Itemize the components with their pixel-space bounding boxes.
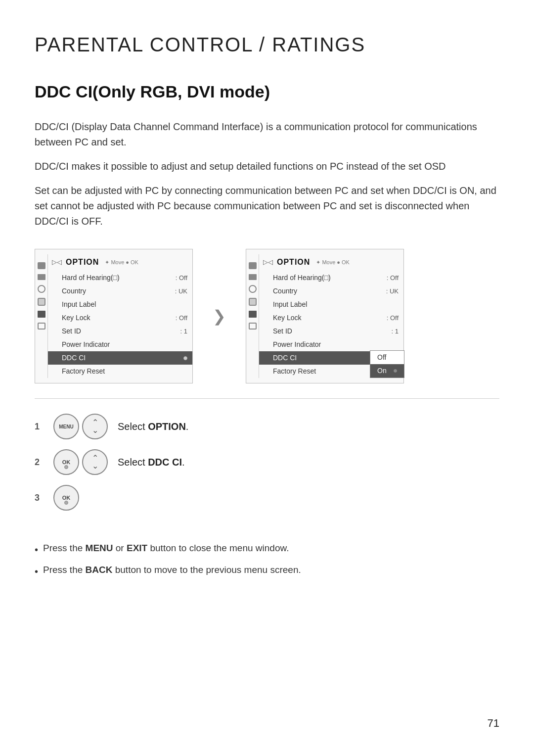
menu-item-hearing-right: Hard of Hearing(□) : Off xyxy=(259,271,403,284)
section-title: DDC CI(Only RGB, DVI mode) xyxy=(35,79,499,104)
screen-nav-left: ✦ Move ● OK xyxy=(105,258,138,267)
screen-header-left: ▷◁ OPTION ✦ Move ● OK xyxy=(48,254,192,271)
sidebar-icon-4 xyxy=(38,298,45,306)
screen-right: ▷◁ OPTION ✦ Move ● OK Hard of Hearing(□)… xyxy=(246,249,404,383)
popup-dot xyxy=(394,369,397,373)
step-1-number: 1 xyxy=(35,420,44,433)
sidebar-icon-r5 xyxy=(249,311,257,318)
nav-button-1[interactable]: ⌃ ⌄ xyxy=(82,414,108,439)
page-number: 71 xyxy=(488,715,499,731)
sidebar-icon-3 xyxy=(38,285,45,293)
screen-icon-right: ▷◁ xyxy=(263,257,273,267)
sidebar-icon-6 xyxy=(38,323,45,330)
popup-off-option: Off xyxy=(370,351,404,364)
step-2-row: 2 OK ⌃ ⌄ Select DDC CI. xyxy=(35,449,499,475)
note-1: • Press the MENU or EXIT button to close… xyxy=(35,540,499,558)
arrow-right: ❯ xyxy=(213,304,226,328)
step-1-buttons: MENU ⌃ ⌄ xyxy=(53,414,108,439)
ddcci-popup: Off On xyxy=(370,350,404,378)
popup-on-option: On xyxy=(370,364,404,378)
screen-box-right: ▷◁ OPTION ✦ Move ● OK Hard of Hearing(□)… xyxy=(246,249,404,383)
page-title: PARENTAL CONTROL / RATINGS xyxy=(35,30,499,59)
sidebar-left xyxy=(35,254,48,378)
screen-left: ▷◁ OPTION ✦ Move ● OK Hard of Hearing(□)… xyxy=(35,249,193,383)
ok-dot-3 xyxy=(64,501,68,505)
notes-section: • Press the MENU or EXIT button to close… xyxy=(35,540,499,580)
screen-icon-left: ▷◁ xyxy=(52,257,62,267)
ok-dot-2 xyxy=(64,465,68,469)
ok-button-2[interactable]: OK xyxy=(53,449,79,475)
sidebar-icon-r6 xyxy=(249,323,257,330)
screen-title-right: OPTION xyxy=(277,256,310,268)
sidebar-right xyxy=(246,254,259,378)
nav-button-2[interactable]: ⌃ ⌄ xyxy=(82,449,108,475)
menu-item-keylock-left: Key Lock : Off xyxy=(48,311,192,325)
menu-content-right: ▷◁ OPTION ✦ Move ● OK Hard of Hearing(□)… xyxy=(259,254,403,378)
step-3-buttons: OK xyxy=(53,485,79,511)
step-1-label: Select OPTION. xyxy=(118,419,188,434)
sidebar-icon-r2 xyxy=(249,274,257,280)
menu-item-ddcci-right: DDC CI Off On xyxy=(259,351,403,365)
menu-item-powerindicator-left: Power Indicator xyxy=(48,338,192,351)
step-2-buttons: OK ⌃ ⌄ xyxy=(53,449,108,475)
step-3-row: 3 OK xyxy=(35,485,499,511)
menu-item-hearing-left: Hard of Hearing(□) : Off xyxy=(48,271,192,284)
sidebar-icon-r3 xyxy=(249,285,257,293)
menu-item-keylock-right: Key Lock : Off xyxy=(259,311,403,325)
menu-item-ddcci-left: DDC CI xyxy=(48,351,192,365)
step-2-number: 2 xyxy=(35,456,44,469)
menu-button[interactable]: MENU xyxy=(53,414,79,439)
note-2: • Press the BACK button to move to the p… xyxy=(35,562,499,580)
divider xyxy=(35,398,499,399)
steps-section: 1 MENU ⌃ ⌄ Select OPTION. 2 OK ⌃ ⌄ xyxy=(35,414,499,511)
menu-item-country-right: Country : UK xyxy=(259,284,403,298)
screenshots-row: ▷◁ OPTION ✦ Move ● OK Hard of Hearing(□)… xyxy=(35,249,499,383)
description-3: Set can be adjusted with PC by connectin… xyxy=(35,183,499,229)
menu-item-country-left: Country : UK xyxy=(48,284,192,298)
screen-nav-right: ✦ Move ● OK xyxy=(316,258,350,267)
menu-content-left: ▷◁ OPTION ✦ Move ● OK Hard of Hearing(□)… xyxy=(48,254,192,378)
menu-item-setid-right: Set ID : 1 xyxy=(259,325,403,338)
step-1-row: 1 MENU ⌃ ⌄ Select OPTION. xyxy=(35,414,499,439)
menu-item-setid-left: Set ID : 1 xyxy=(48,325,192,338)
step-3-number: 3 xyxy=(35,491,44,505)
step-2-label: Select DDC CI. xyxy=(118,455,185,470)
screen-header-right: ▷◁ OPTION ✦ Move ● OK xyxy=(259,254,403,271)
sidebar-icon-2 xyxy=(38,274,45,280)
menu-item-inputlabel-left: Input Label xyxy=(48,298,192,311)
menu-item-powerindicator-right: Power Indicator xyxy=(259,338,403,351)
menu-item-factoryreset-left: Factory Reset xyxy=(48,365,192,378)
sidebar-icon-1 xyxy=(38,262,45,269)
menu-item-inputlabel-right: Input Label xyxy=(259,298,403,311)
screen-title-left: OPTION xyxy=(66,256,99,268)
description-1: DDC/CI (Display Data Channel Command Int… xyxy=(35,119,499,150)
description-2: DDC/CI makes it possible to adjust and s… xyxy=(35,159,499,174)
sidebar-icon-5 xyxy=(38,311,45,318)
sidebar-icon-r1 xyxy=(249,262,257,269)
sidebar-icon-r4 xyxy=(249,298,257,306)
ok-button-3[interactable]: OK xyxy=(53,485,79,511)
